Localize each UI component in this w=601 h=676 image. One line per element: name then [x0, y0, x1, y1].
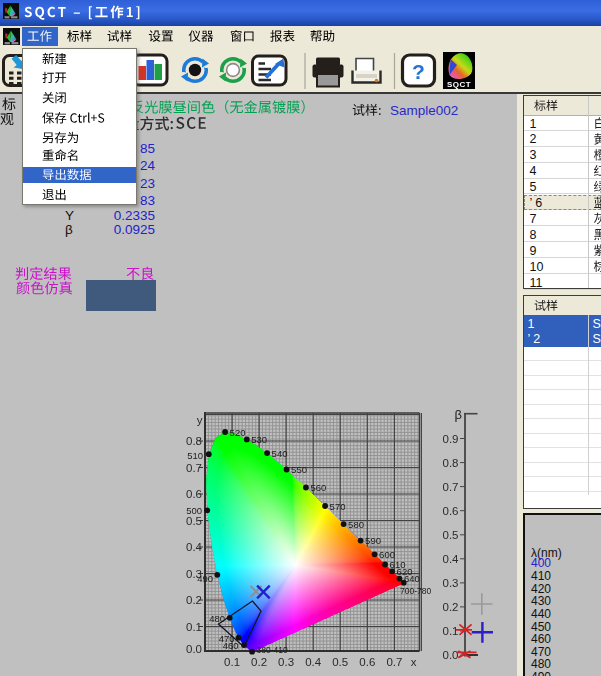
svg-text:0.5: 0.5	[186, 515, 202, 527]
svg-text:0.7: 0.7	[386, 656, 402, 668]
svg-text:0.1: 0.1	[224, 656, 240, 668]
svg-text:0.7: 0.7	[186, 462, 202, 474]
svg-text:0.3: 0.3	[186, 568, 202, 580]
svg-text:0.6: 0.6	[186, 488, 202, 500]
svg-text:0.4: 0.4	[305, 656, 322, 668]
svg-text:0.5: 0.5	[332, 656, 348, 668]
svg-text:y: y	[197, 414, 203, 426]
svg-text:0.2: 0.2	[443, 601, 459, 613]
svg-text:0.4: 0.4	[186, 541, 203, 553]
svg-text:0.6: 0.6	[359, 656, 375, 668]
svg-text:x: x	[411, 656, 417, 668]
svg-text:0.4: 0.4	[443, 553, 460, 565]
svg-text:0.8: 0.8	[443, 457, 459, 469]
svg-text:0.3: 0.3	[278, 656, 294, 668]
svg-text:β: β	[455, 407, 462, 422]
svg-text:0.5: 0.5	[443, 529, 459, 541]
svg-text:510: 510	[187, 450, 203, 461]
svg-text:0.8: 0.8	[186, 435, 202, 447]
svg-text:0.3: 0.3	[443, 577, 459, 589]
svg-text:500: 500	[186, 505, 202, 516]
svg-text:0.7: 0.7	[443, 481, 459, 493]
svg-text:0.9: 0.9	[443, 433, 459, 445]
svg-text:0.0: 0.0	[186, 643, 202, 655]
svg-text:0.1: 0.1	[443, 625, 459, 637]
svg-text:0.0: 0.0	[443, 649, 459, 661]
svg-text:0.6: 0.6	[443, 505, 459, 517]
svg-text:0.1: 0.1	[186, 621, 202, 633]
svg-text:0.2: 0.2	[186, 594, 202, 606]
svg-text:0.2: 0.2	[251, 656, 267, 668]
